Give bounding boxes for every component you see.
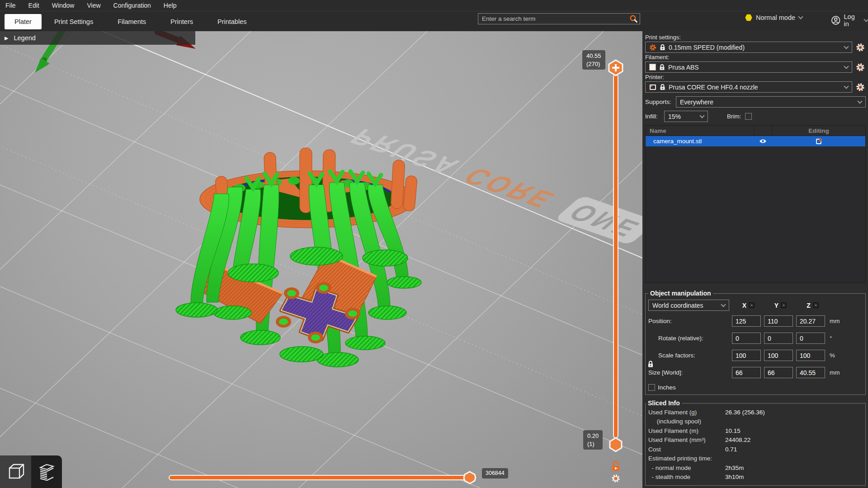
- layer-slider-top-handle[interactable]: [608, 59, 623, 78]
- menu-item[interactable]: File: [5, 2, 16, 9]
- search-icon[interactable]: [629, 14, 638, 25]
- mode-selector[interactable]: Normal mode: [745, 14, 802, 21]
- chevron-down-icon: [844, 64, 849, 69]
- layer-slider-track[interactable]: [613, 74, 618, 438]
- sliced-info-label: Used Filament (mm³): [648, 436, 725, 443]
- slider-settings-gear-icon[interactable]: [611, 474, 620, 485]
- manip-input-y[interactable]: [764, 367, 793, 378]
- lock-icon: [660, 44, 665, 51]
- supports-select[interactable]: Everywhere: [676, 96, 866, 108]
- profile-gear-icon: [649, 44, 656, 51]
- name-column-header: Name: [646, 126, 754, 136]
- edit-filament-button[interactable]: [855, 62, 866, 73]
- chevron-down-icon: [857, 99, 862, 103]
- manipulation-row: Scale factors: %: [648, 350, 863, 361]
- mode-label: Normal mode: [756, 14, 795, 21]
- sliced-info-value: 0.71: [725, 446, 737, 453]
- filament-value: Prusa ABS: [668, 64, 699, 71]
- search-input[interactable]: [478, 13, 640, 24]
- supports-label: Supports:: [645, 99, 676, 105]
- inches-checkbox[interactable]: [648, 384, 655, 391]
- manip-input-z[interactable]: [796, 333, 825, 344]
- printer-label: Printer:: [645, 74, 866, 80]
- tab[interactable]: Print Settings: [42, 14, 105, 29]
- preview-view-button[interactable]: [31, 455, 62, 488]
- tab[interactable]: Filaments: [106, 14, 158, 29]
- sliced-info-row: (including spool): [648, 417, 863, 427]
- coordinate-system-select[interactable]: World coordinates: [648, 300, 729, 311]
- printer-select[interactable]: Prusa CORE One HF0.4 nozzle: [645, 81, 852, 93]
- print-settings-value: 0.15mm SPEED (modified): [669, 44, 745, 51]
- sliced-info-label: - normal mode: [648, 465, 725, 471]
- sliced-info-label: Estimated printing time:: [648, 455, 725, 462]
- move-slider-track[interactable]: [169, 475, 476, 480]
- legend-expand-icon[interactable]: ▶: [5, 35, 8, 41]
- axis-header: Z: [797, 302, 829, 309]
- manipulation-unit: °: [828, 335, 832, 342]
- legend-bar[interactable]: ▶ Legend: [0, 31, 195, 45]
- sliced-info-panel: Sliced Info Used Filament (g) 26.36 (256…: [645, 399, 866, 486]
- axis-settings-icon[interactable]: [749, 302, 755, 308]
- manip-input-z[interactable]: [796, 367, 825, 378]
- infill-select[interactable]: 15%: [664, 111, 708, 122]
- sliced-info-value: 2h35m: [725, 465, 744, 471]
- manip-input-x[interactable]: [732, 333, 761, 344]
- manip-input-z[interactable]: [796, 350, 825, 361]
- brim-checkbox[interactable]: [745, 113, 752, 120]
- manipulation-row: Position: mm: [648, 315, 863, 327]
- manip-input-x[interactable]: [732, 350, 761, 361]
- axis-settings-icon[interactable]: [813, 302, 819, 308]
- sliced-info-row: Estimated printing time:: [648, 454, 863, 464]
- sliced-info-label: Used Filament (m): [648, 427, 725, 434]
- printer-value: Prusa CORE One HF0.4 nozzle: [669, 84, 758, 91]
- lock-icon: [659, 64, 665, 70]
- layer-slider-bottom-handle[interactable]: [609, 437, 623, 454]
- object-row[interactable]: camera_mount.stl: [646, 136, 865, 146]
- manip-input-x[interactable]: [732, 367, 761, 378]
- visibility-toggle[interactable]: [754, 139, 772, 144]
- filament-select[interactable]: Prusa ABS: [645, 61, 852, 73]
- move-slider-handle[interactable]: [462, 470, 477, 487]
- manip-input-y[interactable]: [764, 333, 793, 344]
- edit-print-settings-button[interactable]: [855, 42, 866, 53]
- menu-item[interactable]: Edit: [28, 2, 39, 9]
- login-button[interactable]: Log in: [831, 13, 868, 28]
- edit-printer-button[interactable]: [855, 82, 866, 93]
- sliced-info-value: 24408.22: [725, 436, 750, 443]
- tab[interactable]: Printers: [159, 14, 205, 29]
- sliced-model[interactable]: [0, 31, 642, 488]
- sliced-info-value: 3h10m: [725, 474, 744, 480]
- object-manipulation-panel: Object manipulation World coordinates X …: [645, 290, 866, 395]
- menu-item[interactable]: Configuration: [113, 2, 151, 9]
- 3d-viewport[interactable]: PRUSA CORE ONE: [0, 31, 642, 488]
- manipulation-row: Rotate (relative): °: [648, 333, 863, 344]
- chevron-down-icon: [844, 84, 849, 89]
- print-settings-label: Print settings:: [645, 34, 866, 41]
- edit-object-button[interactable]: [772, 138, 865, 145]
- menu-bar: FileEditWindowViewConfigurationHelp: [0, 0, 868, 11]
- menu-item[interactable]: View: [87, 2, 100, 9]
- manip-input-x[interactable]: [732, 315, 761, 327]
- supports-value: Everywhere: [680, 99, 713, 106]
- layer-slider-bottom-tooltip: 0.20 (1): [583, 430, 603, 450]
- axis-header: Y: [764, 302, 797, 309]
- search-box: [478, 13, 640, 24]
- editor-view-button[interactable]: [0, 455, 31, 488]
- manip-input-y[interactable]: [764, 350, 793, 361]
- infill-value: 15%: [668, 113, 681, 120]
- manip-input-y[interactable]: [764, 315, 793, 327]
- manipulation-unit: mm: [828, 369, 840, 376]
- print-settings-select[interactable]: 0.15mm SPEED (modified): [645, 42, 852, 53]
- manipulation-row-label: Scale factors:: [648, 352, 732, 359]
- sliced-info-row: Used Filament (m) 10.15: [648, 426, 863, 436]
- tab[interactable]: Printables: [206, 14, 258, 29]
- axis-settings-icon[interactable]: [781, 302, 787, 308]
- tab[interactable]: Plater: [5, 14, 42, 29]
- uniform-scale-lock-icon[interactable]: [647, 360, 654, 370]
- menu-item[interactable]: Window: [52, 2, 75, 9]
- menu-item[interactable]: Help: [164, 2, 177, 9]
- layer-slider-top-tooltip: 40.55 (270): [582, 50, 605, 70]
- layer-range-lock-icon[interactable]: [611, 460, 621, 474]
- cube-icon: [6, 462, 25, 481]
- manip-input-z[interactable]: [796, 315, 825, 327]
